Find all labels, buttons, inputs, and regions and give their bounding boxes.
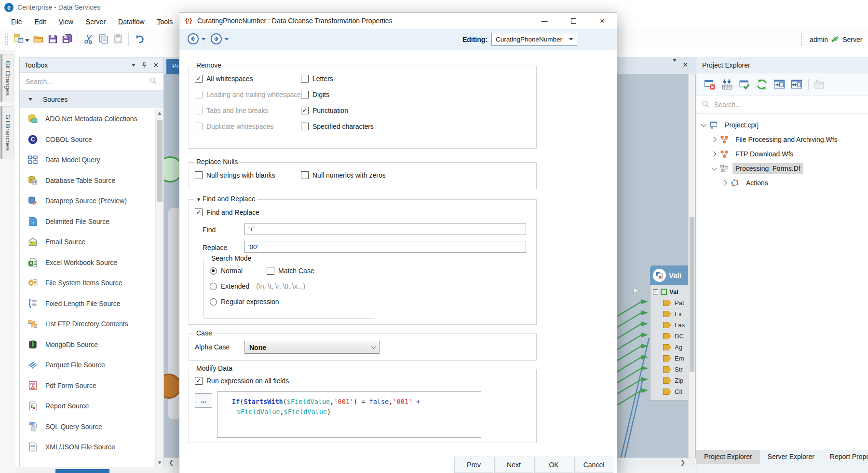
extended-radio[interactable]: Extended (\n, \t, \r, \0, \x...)	[210, 282, 305, 290]
tree-item-project-cprj[interactable]: Project.cprj	[696, 118, 868, 132]
main-minimize-button[interactable]: —	[839, 1, 854, 9]
toolbox-item[interactable]: <>ADO.Net Metadata Collections	[20, 109, 156, 129]
chevron-down-icon[interactable]	[712, 165, 717, 170]
tree-item-file-processing-and-archiving-wfs[interactable]: File Processing and Archiving.Wfs	[696, 132, 868, 147]
checkbox-icon[interactable]	[195, 171, 203, 179]
radio-icon[interactable]	[210, 267, 217, 275]
new-button[interactable]	[12, 32, 31, 47]
scrollbar-thumb[interactable]	[690, 217, 694, 372]
menu-edit[interactable]: Edit	[28, 16, 53, 28]
tree-item-actions[interactable]: Actions	[696, 176, 868, 190]
node-field[interactable]: DC	[651, 331, 692, 342]
back-dropdown-icon[interactable]	[202, 38, 205, 41]
panel-compare-button[interactable]	[790, 78, 803, 91]
chevron-right-icon[interactable]	[711, 137, 716, 142]
checkbox-icon[interactable]	[301, 75, 309, 83]
checkbox-icon[interactable]: ✓	[195, 75, 203, 83]
toolbar-grip[interactable]	[5, 33, 8, 46]
canvas-vertical-scrollbar[interactable]	[688, 74, 695, 458]
checkbox-null-strings-with-blanks[interactable]: Null strings with blanks	[195, 171, 275, 179]
refresh-button[interactable]	[755, 78, 768, 91]
checkbox-letters[interactable]: Letters	[301, 75, 333, 83]
find-replace-enable-checkbox[interactable]: ✓ Find and Replace	[195, 209, 259, 216]
toolbox-item[interactable]: Data Model Query	[20, 150, 156, 170]
node-field[interactable]: Cit	[651, 386, 692, 397]
checkbox-specified-characters[interactable]: Specified characters	[301, 123, 374, 130]
back-icon[interactable]	[187, 33, 199, 46]
radio-icon[interactable]	[210, 298, 217, 306]
menu-dataflow[interactable]: Dataflow	[112, 16, 150, 28]
expression-builder-button[interactable]: ...	[195, 393, 212, 408]
normal-radio[interactable]: Normal	[210, 267, 243, 275]
scroll-left-icon[interactable]: ❮	[169, 459, 174, 466]
project-search-input[interactable]	[714, 101, 863, 109]
checkbox-all-whitespaces[interactable]: ✓All whitespaces	[195, 75, 253, 83]
pane-close-icon[interactable]: ✕	[682, 61, 688, 69]
pane-menu-button[interactable]	[673, 62, 677, 70]
node-expander-icon[interactable]: −	[653, 289, 658, 294]
node-field[interactable]: Ag	[651, 342, 692, 353]
toolbox-item[interactable]: SQLSQL Query Source	[20, 417, 156, 437]
checkbox-icon[interactable]: ✓	[301, 107, 309, 114]
panel-tab-server-explorer[interactable]: Server Explorer	[760, 450, 822, 464]
dialog-minimize-button[interactable]: —	[530, 13, 559, 29]
toolbox-item[interactable]: <>XML/JSON File Source	[20, 437, 156, 458]
toolbox-item[interactable]: MongoDb Source	[20, 334, 156, 355]
toolbox-item[interactable]: Report Source	[20, 396, 156, 417]
sources-section-header[interactable]: Sources	[20, 91, 163, 108]
menu-tools[interactable]: Tools	[151, 16, 179, 28]
match-case-checkbox[interactable]: Match Case	[267, 267, 314, 275]
checkbox-icon[interactable]	[195, 107, 203, 114]
project-import-button[interactable]	[720, 78, 733, 91]
panel-tab-project-explorer[interactable]: Project Explorer	[696, 450, 760, 464]
alpha-case-combobox[interactable]: None	[244, 341, 380, 354]
expression-editor[interactable]: If(StartsWith($FieldValue,'001') = false…	[217, 391, 481, 438]
validation-node-header[interactable]: Vali	[650, 265, 692, 285]
chevron-right-icon[interactable]	[711, 151, 716, 156]
toolbox-item[interactable]: CCOBOL Source	[20, 129, 156, 150]
next-button[interactable]: Next	[494, 457, 533, 473]
node-field[interactable]: Em	[651, 353, 692, 364]
editing-combobox[interactable]: CuratingPhoneNumber	[491, 33, 577, 46]
report-disabled-button[interactable]	[813, 78, 826, 91]
undo-button[interactable]	[132, 32, 147, 47]
open-button[interactable]	[31, 32, 45, 47]
chevron-down-icon[interactable]	[701, 122, 706, 127]
run-expression-checkbox[interactable]: ✓ Run expression on all fields	[195, 377, 289, 385]
node-field[interactable]: Zip	[651, 375, 692, 386]
radio-icon[interactable]	[210, 283, 217, 290]
scroll-right-icon[interactable]: ❯	[680, 459, 685, 466]
pin-icon[interactable]	[141, 62, 148, 69]
toolbox-scrollbar[interactable]: ▲ ▼	[155, 109, 163, 467]
menu-view[interactable]: View	[53, 16, 80, 28]
toolbox-item[interactable]: File System Items Source	[20, 273, 156, 293]
node-root-row[interactable]: − Val	[651, 286, 692, 297]
checkbox-tabs-and-line-breaks[interactable]: Tabs and line breaks	[195, 107, 268, 114]
toolbox-search-input[interactable]	[26, 78, 149, 85]
node-field[interactable]: Las	[651, 320, 692, 331]
toolbox-item[interactable]: Parquet File Source	[20, 355, 156, 376]
toolbox-item[interactable]: XExcel Workbook Source	[20, 252, 156, 273]
forward-icon[interactable]	[210, 33, 222, 46]
toolbox-close-icon[interactable]: ✕	[153, 61, 159, 69]
scroll-down-icon[interactable]: ▼	[156, 459, 163, 465]
panel-preview-button[interactable]	[773, 78, 786, 91]
toolbox-item[interactable]: Email Source	[20, 232, 156, 252]
node-field[interactable]: Fir	[651, 308, 692, 320]
dialog-maximize-button[interactable]	[559, 13, 588, 29]
project-delete-button[interactable]	[703, 78, 716, 91]
node-field[interactable]: Pat	[651, 297, 692, 308]
tab-git-branches[interactable]: Git Branches	[0, 106, 14, 159]
save-button[interactable]	[45, 32, 60, 47]
tree-item-processing-forms-df[interactable]: Processing_Forms.Df	[696, 161, 868, 176]
replace-input[interactable]	[244, 241, 526, 253]
checkbox-duplicate-whitespaces[interactable]: Duplicate whitespaces	[195, 123, 273, 130]
node-check-icon[interactable]	[661, 289, 667, 295]
cut-button[interactable]	[81, 32, 96, 47]
ok-button[interactable]: OK	[534, 457, 573, 473]
forward-dropdown-icon[interactable]	[225, 38, 229, 41]
checkbox-icon[interactable]	[301, 91, 309, 98]
checkbox-icon[interactable]	[195, 91, 203, 98]
project-check-button[interactable]	[738, 78, 751, 91]
save-all-button[interactable]	[60, 32, 74, 47]
